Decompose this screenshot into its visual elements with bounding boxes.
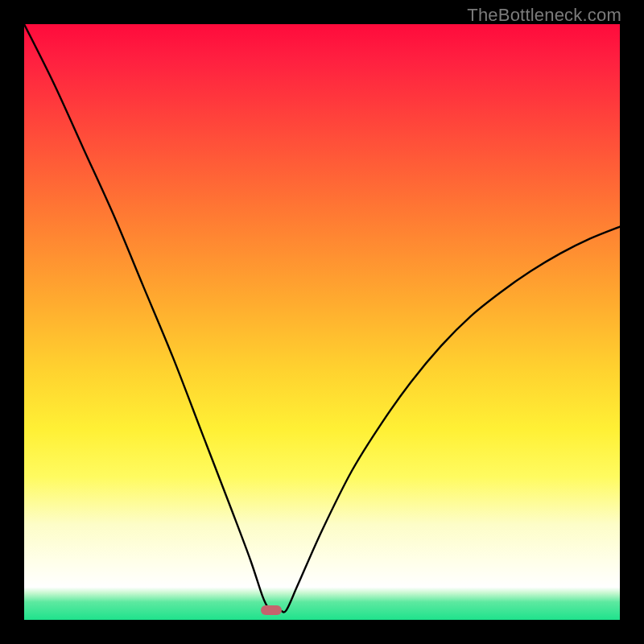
- valley-marker: [261, 605, 282, 615]
- bottleneck-curve: [24, 24, 620, 620]
- chart-frame: TheBottleneck.com: [0, 0, 644, 644]
- watermark-text: TheBottleneck.com: [467, 5, 621, 26]
- plot-area: [24, 24, 620, 620]
